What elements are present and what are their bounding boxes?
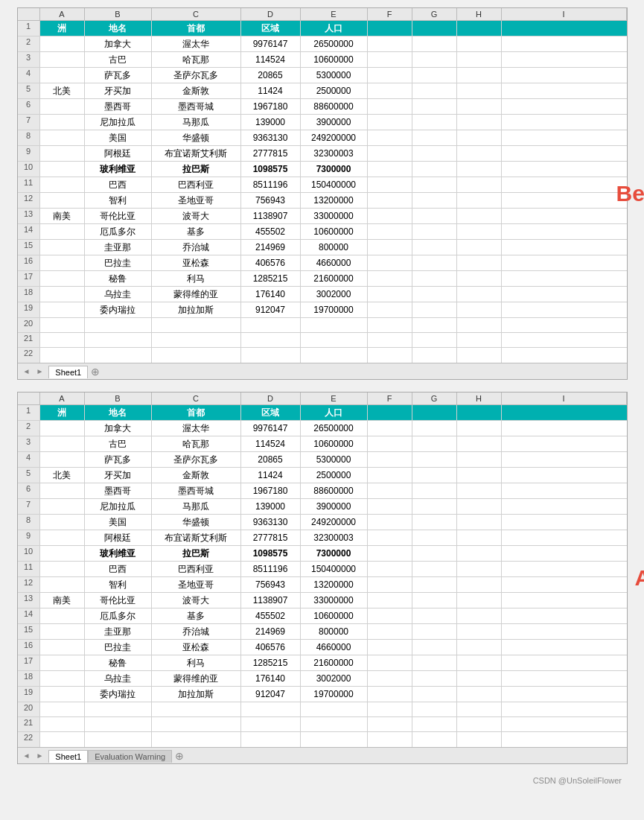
cell: 139000: [241, 115, 301, 130]
cell: [368, 608, 412, 623]
cell: [40, 687, 85, 702]
table-row: 9阿根廷布宜诺斯艾利斯277781532300003: [18, 146, 627, 162]
cell: [368, 318, 412, 332]
cell: [368, 468, 412, 483]
row-num: 2: [18, 421, 40, 436]
cell: [40, 271, 85, 286]
after-spreadsheet: A B C D E F G H I 1 洲 地名 首都 区域 人口: [17, 392, 628, 764]
cell: [40, 287, 85, 302]
after-sheet1-tab[interactable]: Sheet1: [48, 750, 88, 763]
cell: [457, 162, 502, 177]
table-row: 12智利圣地亚哥75694313200000: [18, 577, 627, 593]
cell: 玻利维亚: [85, 546, 152, 561]
col-header-c: C: [152, 8, 241, 20]
cell: 756943: [241, 577, 301, 592]
cell: [457, 655, 502, 670]
cell: 150400000: [301, 177, 368, 192]
cell: [502, 405, 627, 420]
cell: 区域: [241, 21, 301, 36]
row-num: 14: [18, 224, 40, 239]
cell: [40, 562, 85, 576]
cell: [40, 483, 85, 498]
cell: 哈瓦那: [152, 436, 241, 451]
cell: [152, 732, 241, 747]
after-nav-prev[interactable]: ◄: [21, 751, 33, 760]
cell: [368, 655, 412, 670]
cell: [368, 732, 412, 747]
table-row: 13南美哥伦比亚波哥大113890733000000: [18, 593, 627, 608]
cell: 美国: [85, 515, 152, 530]
cell: [502, 515, 627, 530]
cell: 尼加拉瓜: [85, 499, 152, 514]
cell: [368, 483, 412, 498]
cell: [457, 115, 502, 130]
cell: 2500000: [301, 468, 368, 483]
cell: [85, 732, 152, 747]
cell: [301, 702, 368, 716]
cell: 乔治城: [152, 624, 241, 639]
cell: 88600000: [301, 483, 368, 498]
row-num: 18: [18, 671, 40, 686]
cell: [502, 209, 627, 223]
cell: [368, 452, 412, 467]
cell: 32300003: [301, 146, 368, 161]
col-header-d: D: [241, 8, 301, 20]
cell: 渥太华: [152, 36, 241, 51]
cell: 圣地亚哥: [152, 193, 241, 208]
after-add-sheet-button[interactable]: ⊕: [172, 750, 187, 762]
table-row: 19委内瑞拉加拉加斯91204719700000: [18, 687, 627, 702]
nav-prev[interactable]: ◄: [21, 367, 33, 375]
table-row: 10玻利维亚拉巴斯10985757300000: [18, 162, 627, 177]
cell: 20865: [241, 452, 301, 467]
cell: 10600000: [301, 608, 368, 623]
cell: 5300000: [301, 68, 368, 83]
cell: 巴拉圭: [85, 255, 152, 270]
cell: 1285215: [241, 655, 301, 670]
cell: [40, 732, 85, 747]
before-sheet1-tab[interactable]: Sheet1: [48, 366, 88, 378]
cell: [40, 348, 85, 363]
cell: [40, 255, 85, 270]
cell: 5300000: [301, 452, 368, 467]
after-sheet-nav[interactable]: ◄ ►: [21, 751, 46, 760]
cell: 阿根廷: [85, 530, 152, 545]
table-row: 21: [18, 717, 627, 732]
cell: 3900000: [301, 115, 368, 130]
before-add-sheet-button[interactable]: ⊕: [88, 366, 103, 378]
cell: [502, 333, 627, 347]
cell: [412, 468, 457, 483]
cell: [85, 717, 152, 731]
cell: 10600000: [301, 436, 368, 451]
table-row: 20: [18, 702, 627, 717]
cell: 波哥大: [152, 593, 241, 608]
cell: [457, 671, 502, 686]
cell: [85, 318, 152, 332]
cell: [412, 702, 457, 716]
row-num: 16: [18, 640, 40, 655]
cell: [40, 421, 85, 436]
cell: 华盛顿: [152, 515, 241, 530]
cell: [412, 499, 457, 514]
after-nav-next[interactable]: ►: [34, 751, 45, 760]
table-row: 15圭亚那乔治城214969800000: [18, 240, 627, 255]
cell: [412, 68, 457, 83]
nav-next[interactable]: ►: [34, 367, 45, 375]
cell: [502, 255, 627, 270]
cell: [368, 421, 412, 436]
cell: 33000000: [301, 209, 368, 223]
before-tab-bar: ◄ ► Sheet1 ⊕: [18, 363, 627, 379]
cell: [40, 608, 85, 623]
row-num: 17: [18, 271, 40, 286]
cell: [40, 515, 85, 530]
before-sheet-nav[interactable]: ◄ ►: [21, 367, 46, 375]
cell: [457, 255, 502, 270]
after-eval-warning-tab[interactable]: Evaluation Warning: [88, 750, 172, 763]
cell: [502, 302, 627, 317]
cell: 加拉加斯: [152, 302, 241, 317]
after-sheet-body: 1 洲 地名 首都 区域 人口 2加拿大渥太华9976147265000003古…: [18, 405, 627, 747]
after-col-header-f: F: [368, 392, 412, 404]
cell: 214969: [241, 624, 301, 639]
after-col-header-a: A: [40, 392, 85, 404]
row-num: 6: [18, 99, 40, 114]
cell: 亚松森: [152, 255, 241, 270]
